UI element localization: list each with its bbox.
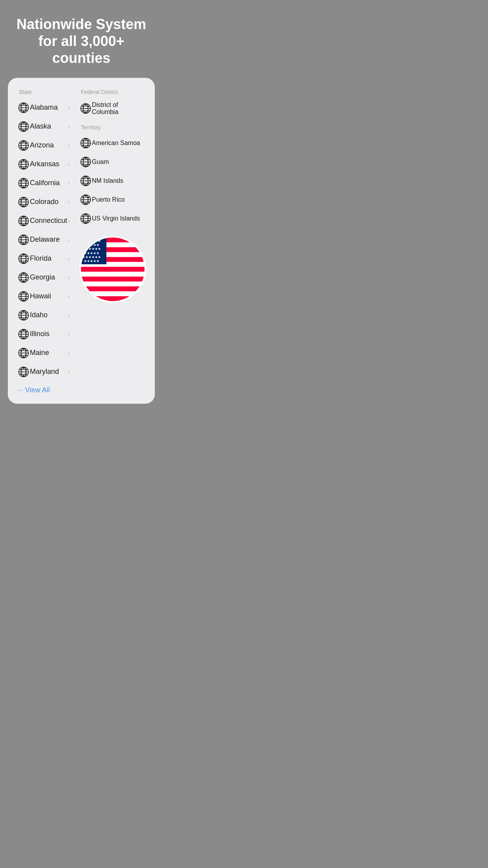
- territory-item[interactable]: American Samoa: [79, 134, 146, 153]
- state-item[interactable]: Florida›: [17, 249, 70, 268]
- federal-item[interactable]: District of Columbia: [79, 98, 146, 119]
- state-item[interactable]: Idaho›: [17, 306, 70, 325]
- chevron-icon: ›: [68, 161, 70, 167]
- svg-point-107: [23, 280, 24, 282]
- svg-point-61: [25, 199, 27, 200]
- svg-point-42: [25, 166, 27, 167]
- svg-rect-236: [81, 267, 145, 271]
- chevron-icon: ›: [68, 350, 70, 356]
- state-item[interactable]: Illinois›: [17, 325, 70, 344]
- svg-point-98: [20, 260, 22, 261]
- svg-point-218: [87, 201, 89, 202]
- svg-point-84: [20, 237, 22, 238]
- svg-point-195: [85, 165, 86, 166]
- svg-point-142: [20, 335, 22, 337]
- svg-point-73: [20, 218, 22, 219]
- svg-point-83: [25, 237, 27, 238]
- svg-point-206: [85, 184, 86, 185]
- svg-point-50: [25, 180, 27, 182]
- svg-point-171: [87, 105, 89, 107]
- globe-people-icon: [17, 234, 30, 246]
- svg-point-228: [85, 221, 86, 223]
- state-item[interactable]: Maryland›: [17, 362, 70, 381]
- svg-point-74: [23, 224, 24, 225]
- territory-name: Puerto Rico: [92, 196, 146, 203]
- svg-point-40: [20, 161, 22, 163]
- svg-point-174: [87, 110, 89, 111]
- globe-people-icon: [17, 177, 30, 189]
- svg-point-186: [83, 144, 84, 146]
- chevron-icon: ›: [68, 369, 70, 375]
- svg-point-162: [23, 375, 24, 376]
- svg-point-127: [25, 312, 27, 314]
- svg-point-76: [20, 222, 22, 224]
- svg-point-93: [23, 254, 24, 256]
- state-item[interactable]: Hawaii›: [17, 287, 70, 306]
- territory-name: American Samoa: [92, 140, 146, 147]
- svg-point-205: [83, 178, 84, 179]
- state-item[interactable]: Arkansas›: [17, 155, 70, 174]
- svg-point-10: [20, 109, 22, 110]
- state-item[interactable]: Delaware›: [17, 230, 70, 249]
- state-item[interactable]: Colorado›: [17, 193, 70, 211]
- svg-point-6: [25, 105, 27, 106]
- svg-text:★★★★★: ★★★★★: [84, 259, 99, 263]
- svg-point-164: [20, 373, 22, 375]
- svg-point-104: [23, 273, 24, 274]
- svg-point-219: [83, 201, 84, 202]
- state-item[interactable]: Maine›: [17, 344, 70, 362]
- svg-point-32: [20, 147, 22, 148]
- state-name: Maine: [30, 349, 67, 357]
- globe-people-icon: [17, 309, 30, 322]
- state-item[interactable]: Alaska›: [17, 117, 70, 136]
- svg-point-51: [20, 180, 22, 182]
- svg-point-118: [23, 299, 24, 301]
- svg-point-54: [20, 184, 22, 186]
- svg-point-129: [23, 318, 24, 320]
- territory-item[interactable]: US Virgin Islands: [79, 209, 146, 228]
- svg-point-28: [25, 142, 27, 144]
- territory-item[interactable]: Guam: [79, 153, 146, 171]
- us-flag: ★★★★★★ ★★★★★ ★★★★★★ ★★★★★ ★★★★★★ ★★★★★: [79, 236, 146, 303]
- svg-point-185: [87, 144, 89, 146]
- svg-point-62: [20, 199, 22, 200]
- state-item[interactable]: California›: [17, 174, 70, 193]
- svg-point-8: [23, 110, 24, 112]
- territory-item[interactable]: NM Islands: [79, 171, 146, 190]
- svg-point-19: [23, 129, 24, 131]
- globe-people-icon: [17, 139, 30, 152]
- svg-point-159: [23, 367, 24, 369]
- state-name: California: [30, 179, 67, 187]
- svg-point-39: [25, 161, 27, 163]
- territory-item[interactable]: Puerto Rico: [79, 190, 146, 209]
- state-section-label: State: [19, 89, 70, 95]
- svg-point-140: [23, 337, 24, 338]
- state-item[interactable]: Georgia›: [17, 268, 70, 287]
- svg-point-85: [23, 243, 24, 244]
- states-column: State Alabama› A: [17, 89, 75, 394]
- svg-point-149: [25, 350, 27, 351]
- svg-point-86: [25, 241, 27, 243]
- svg-point-53: [25, 184, 27, 186]
- svg-point-130: [25, 316, 27, 318]
- chevron-icon: ›: [68, 293, 70, 300]
- svg-point-27: [23, 141, 24, 142]
- svg-rect-238: [81, 286, 145, 291]
- page-title: Nationwide System for all 3,000+ countie…: [8, 16, 155, 67]
- state-item[interactable]: Alabama›: [17, 98, 70, 117]
- svg-rect-237: [81, 276, 145, 281]
- svg-point-116: [25, 293, 27, 295]
- svg-point-161: [20, 369, 22, 370]
- svg-point-193: [87, 159, 89, 160]
- state-name: Idaho: [30, 311, 67, 319]
- view-all-button[interactable]: ··· View All: [17, 386, 70, 394]
- state-name: Illinois: [30, 330, 67, 338]
- globe-people-icon: [79, 193, 92, 206]
- svg-rect-233: [81, 237, 145, 242]
- svg-point-150: [20, 350, 22, 351]
- state-item[interactable]: Connecticut›: [17, 211, 70, 230]
- chevron-icon: ›: [68, 105, 70, 111]
- svg-point-160: [25, 369, 27, 370]
- state-item[interactable]: Arizona›: [17, 136, 70, 155]
- svg-point-227: [83, 215, 84, 217]
